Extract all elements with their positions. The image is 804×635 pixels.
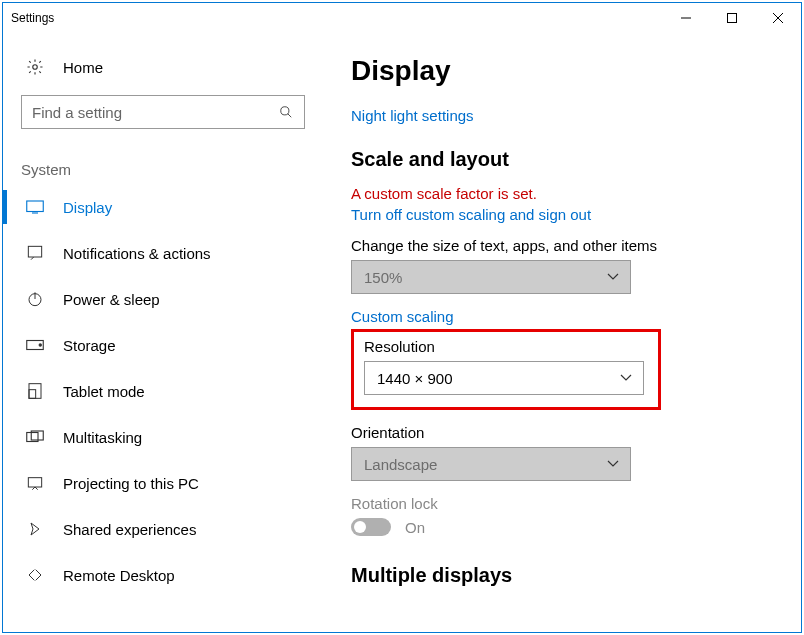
svg-rect-12 <box>28 478 41 487</box>
sidebar-item-remote-desktop[interactable]: Remote Desktop <box>3 552 323 598</box>
sidebar-item-label: Shared experiences <box>63 521 196 538</box>
sidebar-item-multitasking[interactable]: Multitasking <box>3 414 323 460</box>
svg-rect-9 <box>29 390 36 399</box>
sidebar-item-tablet-mode[interactable]: Tablet mode <box>3 368 323 414</box>
storage-icon <box>25 339 45 351</box>
main-content: Display Night light settings Scale and l… <box>323 33 801 632</box>
remote-desktop-icon <box>25 567 45 583</box>
text-size-label: Change the size of text, apps, and other… <box>351 237 773 254</box>
svg-rect-4 <box>28 246 41 257</box>
sidebar-item-label: Tablet mode <box>63 383 145 400</box>
custom-scale-warning: A custom scale factor is set. <box>351 185 773 202</box>
text-size-dropdown[interactable]: 150% <box>351 260 631 294</box>
custom-scaling-link[interactable]: Custom scaling <box>351 308 773 325</box>
rotation-lock-label: Rotation lock <box>351 495 773 512</box>
projecting-icon <box>25 475 45 491</box>
sidebar-item-shared-experiences[interactable]: Shared experiences <box>3 506 323 552</box>
resolution-highlight: Resolution 1440 × 900 <box>351 329 661 410</box>
window-title: Settings <box>11 11 54 25</box>
tablet-icon <box>25 383 45 399</box>
home-button[interactable]: Home <box>3 45 323 89</box>
sidebar-item-storage[interactable]: Storage <box>3 322 323 368</box>
sidebar-item-label: Storage <box>63 337 116 354</box>
resolution-label: Resolution <box>364 338 648 355</box>
scale-layout-header: Scale and layout <box>351 148 773 171</box>
maximize-button[interactable] <box>709 3 755 33</box>
notifications-icon <box>25 245 45 261</box>
rotation-lock-toggle[interactable] <box>351 518 391 536</box>
multiple-displays-header: Multiple displays <box>351 564 773 587</box>
shared-icon <box>25 521 45 537</box>
minimize-button[interactable] <box>663 3 709 33</box>
turn-off-custom-scaling-link[interactable]: Turn off custom scaling and sign out <box>351 206 773 223</box>
sidebar-item-label: Notifications & actions <box>63 245 211 262</box>
power-icon <box>25 291 45 307</box>
page-title: Display <box>351 55 773 87</box>
sidebar-group-label: System <box>3 139 323 184</box>
svg-rect-0 <box>728 14 737 23</box>
resolution-value: 1440 × 900 <box>377 370 619 387</box>
multitasking-icon <box>25 430 45 444</box>
titlebar: Settings <box>3 3 801 33</box>
rotation-lock-state: On <box>405 519 425 536</box>
sidebar-item-display[interactable]: Display <box>3 184 323 230</box>
settings-window: Settings Home Fi <box>2 2 802 633</box>
resolution-dropdown[interactable]: 1440 × 900 <box>364 361 644 395</box>
sidebar-item-label: Remote Desktop <box>63 567 175 584</box>
search-placeholder: Find a setting <box>32 104 278 121</box>
svg-point-2 <box>281 107 289 115</box>
sidebar: Home Find a setting System Display <box>3 33 323 632</box>
chevron-down-icon <box>606 460 620 468</box>
svg-point-7 <box>39 344 41 346</box>
close-button[interactable] <box>755 3 801 33</box>
svg-point-1 <box>33 65 38 70</box>
chevron-down-icon <box>619 374 633 382</box>
orientation-value: Landscape <box>364 456 606 473</box>
search-icon <box>278 105 294 119</box>
orientation-dropdown[interactable]: Landscape <box>351 447 631 481</box>
sidebar-item-label: Power & sleep <box>63 291 160 308</box>
sidebar-item-label: Projecting to this PC <box>63 475 199 492</box>
sidebar-item-notifications[interactable]: Notifications & actions <box>3 230 323 276</box>
home-label: Home <box>63 59 103 76</box>
text-size-value: 150% <box>364 269 606 286</box>
sidebar-item-projecting[interactable]: Projecting to this PC <box>3 460 323 506</box>
display-icon <box>25 200 45 214</box>
chevron-down-icon <box>606 273 620 281</box>
sidebar-item-label: Multitasking <box>63 429 142 446</box>
night-light-settings-link[interactable]: Night light settings <box>351 107 773 124</box>
sidebar-item-label: Display <box>63 199 112 216</box>
search-input[interactable]: Find a setting <box>21 95 305 129</box>
svg-rect-8 <box>29 384 41 399</box>
orientation-label: Orientation <box>351 424 773 441</box>
sidebar-item-power[interactable]: Power & sleep <box>3 276 323 322</box>
gear-icon <box>25 58 45 76</box>
svg-rect-3 <box>27 201 44 212</box>
